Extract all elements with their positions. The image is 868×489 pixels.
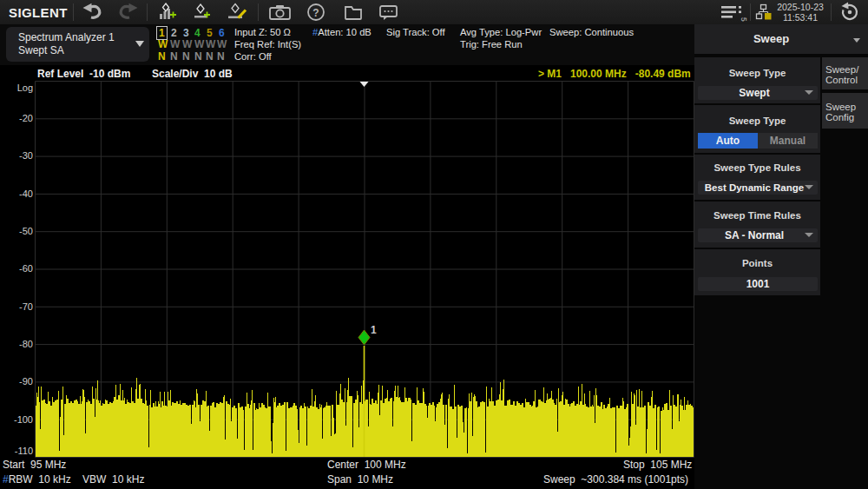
svg-text:1: 1	[371, 324, 377, 336]
svg-text:?: ?	[312, 7, 319, 19]
svg-text:5: 5	[740, 17, 748, 22]
